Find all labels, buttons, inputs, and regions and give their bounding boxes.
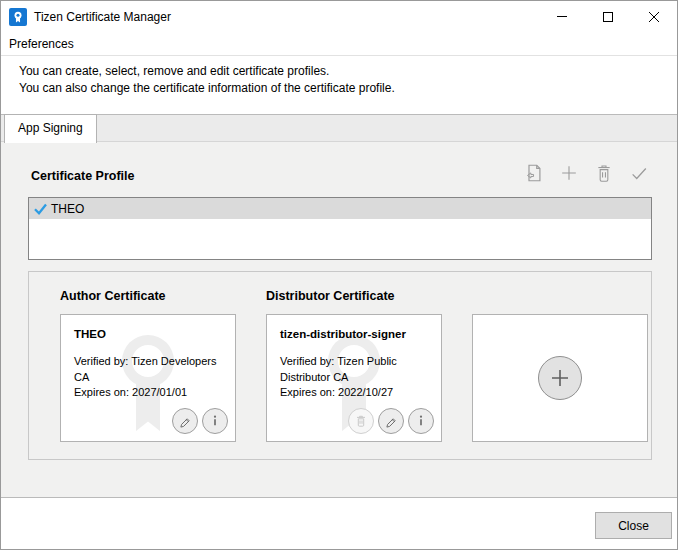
profile-toolbar	[523, 162, 650, 184]
app-medal-icon	[9, 8, 27, 26]
tab-app-signing[interactable]: App Signing	[4, 114, 97, 143]
distributor-certificate-heading: Distributor Certificate	[266, 289, 395, 303]
minimize-button[interactable]	[539, 1, 585, 32]
author-cert-expires: Expires on: 2027/01/01	[74, 385, 222, 401]
maximize-button[interactable]	[585, 1, 631, 32]
footer: Close	[1, 498, 677, 549]
author-card-actions	[172, 408, 228, 434]
active-profile-check-icon	[33, 201, 48, 216]
distributor-certificate-card: tizen-distributor-signer Verified by: Ti…	[266, 314, 442, 442]
certificate-profile-list[interactable]: THEO	[28, 197, 652, 260]
import-profile-icon	[524, 163, 544, 183]
close-window-button[interactable]	[631, 1, 677, 32]
intro-line-2: You can also change the certificate info…	[19, 80, 667, 97]
distributor-cert-name: tizen-distributor-signer	[267, 315, 441, 340]
set-active-profile-button[interactable]	[628, 162, 650, 184]
edit-author-cert-button[interactable]	[172, 408, 198, 434]
author-certificate-card: THEO Verified by: Tizen Developers CA Ex…	[60, 314, 236, 442]
distributor-cert-verified-by: Verified by: Tizen Public Distributor CA	[280, 354, 428, 385]
maximize-icon	[603, 12, 613, 22]
profile-list-item-theo[interactable]: THEO	[29, 198, 651, 219]
check-icon	[629, 163, 649, 183]
app-signing-panel: Certificate Profile	[1, 142, 677, 498]
distributor-cert-expires: Expires on: 2022/10/27	[280, 385, 428, 401]
author-cert-verified-by: Verified by: Tizen Developers CA	[74, 354, 222, 385]
profile-name: THEO	[51, 202, 84, 216]
info-icon	[414, 414, 428, 428]
menu-preferences[interactable]: Preferences	[1, 32, 82, 55]
info-distributor-cert-button[interactable]	[408, 408, 434, 434]
intro-text: You can create, select, remove and edit …	[19, 63, 667, 97]
certificates-groupbox: Author Certificate Distributor Certifica…	[28, 271, 652, 460]
pencil-icon	[384, 414, 398, 428]
plus-icon	[550, 368, 570, 388]
close-icon	[648, 11, 660, 23]
close-button[interactable]: Close	[595, 512, 672, 539]
info-icon	[208, 414, 222, 428]
intro-line-1: You can create, select, remove and edit …	[19, 63, 667, 80]
pencil-icon	[178, 414, 192, 428]
plus-icon	[559, 163, 579, 183]
edit-distributor-cert-button[interactable]	[378, 408, 404, 434]
add-certificate-card	[472, 314, 648, 442]
add-profile-button[interactable]	[558, 162, 580, 184]
import-profile-button[interactable]	[523, 162, 545, 184]
tabstrip: App Signing	[1, 114, 677, 142]
info-author-cert-button[interactable]	[202, 408, 228, 434]
menubar: Preferences	[1, 32, 677, 56]
tizen-certificate-manager-window: Tizen Certificate Manager Preferences Yo…	[0, 0, 678, 550]
author-cert-name: THEO	[61, 315, 235, 340]
add-certificate-button[interactable]	[538, 356, 582, 400]
distributor-card-actions	[348, 408, 434, 434]
author-certificate-heading: Author Certificate	[60, 289, 166, 303]
titlebar: Tizen Certificate Manager	[1, 1, 677, 32]
trash-icon	[594, 163, 614, 183]
delete-distributor-cert-button[interactable]	[348, 408, 374, 434]
remove-profile-button[interactable]	[593, 162, 615, 184]
trash-icon	[354, 414, 368, 428]
certificate-profile-heading: Certificate Profile	[31, 169, 135, 183]
minimize-icon	[557, 16, 567, 17]
window-title: Tizen Certificate Manager	[34, 10, 539, 24]
